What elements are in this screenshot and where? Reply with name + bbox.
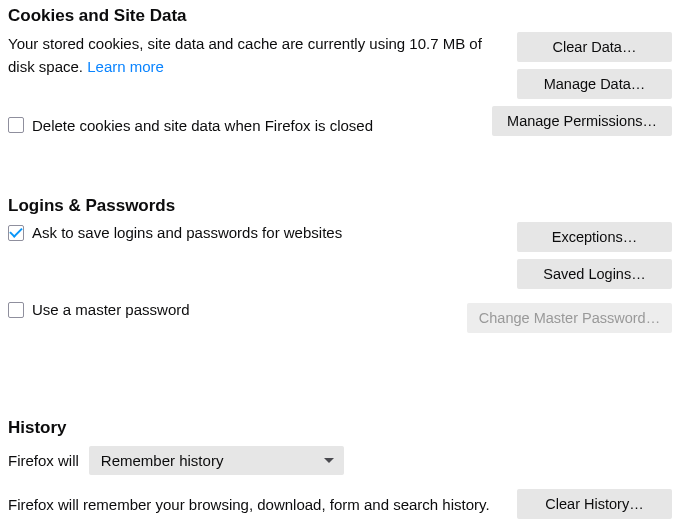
logins-heading: Logins & Passwords	[8, 196, 672, 216]
exceptions-button[interactable]: Exceptions…	[517, 222, 672, 252]
cookies-description: Your stored cookies, site data and cache…	[8, 35, 482, 75]
ask-save-checkbox[interactable]	[8, 225, 24, 241]
cookies-row: Your stored cookies, site data and cache…	[8, 32, 672, 136]
manage-data-button[interactable]: Manage Data…	[517, 69, 672, 99]
change-master-password-button: Change Master Password…	[467, 303, 672, 333]
cookies-heading: Cookies and Site Data	[8, 6, 672, 26]
logins-section: Logins & Passwords Ask to save logins an…	[8, 196, 672, 333]
clear-history-button[interactable]: Clear History…	[517, 489, 672, 519]
ask-save-label: Ask to save logins and passwords for web…	[32, 224, 342, 241]
logins-row: Ask to save logins and passwords for web…	[8, 222, 672, 333]
clear-data-button[interactable]: Clear Data…	[517, 32, 672, 62]
history-section: History Firefox will Remember history Fi…	[8, 418, 672, 519]
master-password-checkbox[interactable]	[8, 302, 24, 318]
learn-more-link[interactable]: Learn more	[87, 58, 164, 75]
delete-on-close-checkbox[interactable]	[8, 117, 24, 133]
history-mode-value: Remember history	[101, 452, 224, 469]
saved-logins-button[interactable]: Saved Logins…	[517, 259, 672, 289]
master-password-label: Use a master password	[32, 301, 190, 318]
history-prefix: Firefox will	[8, 452, 79, 469]
cookies-section: Cookies and Site Data Your stored cookie…	[8, 6, 672, 136]
history-mode-select[interactable]: Remember history	[89, 446, 344, 475]
delete-on-close-label: Delete cookies and site data when Firefo…	[32, 117, 373, 134]
history-heading: History	[8, 418, 672, 438]
caret-down-icon	[324, 458, 334, 463]
history-summary: Firefox will remember your browsing, dow…	[8, 496, 490, 513]
manage-permissions-button[interactable]: Manage Permissions…	[492, 106, 672, 136]
